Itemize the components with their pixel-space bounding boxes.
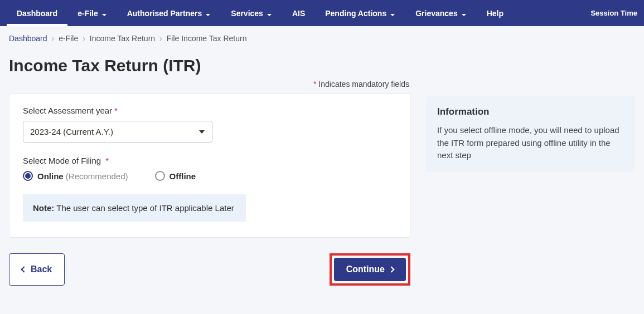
breadcrumb-dashboard[interactable]: Dashboard xyxy=(9,34,47,43)
session-time-label: Session Time xyxy=(582,9,637,17)
assessment-year-select[interactable]: 2023-24 (Current A.Y.) xyxy=(23,121,212,143)
chevron-down-icon xyxy=(461,11,467,16)
assessment-year-label: Select Assessment year* xyxy=(23,106,396,115)
top-nav: Dashboard e-File Authorised Partners Ser… xyxy=(0,0,644,26)
breadcrumb: Dashboard › e-File › Income Tax Return ›… xyxy=(0,26,644,51)
chevron-down-icon xyxy=(101,11,107,16)
chevron-down-icon xyxy=(205,11,211,16)
information-title: Information xyxy=(437,106,624,117)
caret-down-icon xyxy=(199,130,205,134)
breadcrumb-itr[interactable]: Income Tax Return xyxy=(90,34,155,43)
nav-efile[interactable]: e-File xyxy=(67,0,117,26)
radio-icon-checked xyxy=(23,171,33,181)
nav-help[interactable]: Help xyxy=(477,0,514,26)
information-panel: Information If you select offline mode, … xyxy=(426,96,635,172)
breadcrumb-efile[interactable]: e-File xyxy=(59,34,78,43)
chevron-right-icon: › xyxy=(83,34,85,43)
breadcrumb-file-itr: File Income Tax Return xyxy=(167,34,247,43)
continue-button[interactable]: Continue xyxy=(334,258,406,281)
note-box: Note: The user can select type of ITR ap… xyxy=(23,194,246,222)
radio-offline[interactable]: Offline xyxy=(155,171,196,181)
chevron-down-icon xyxy=(390,11,395,16)
chevron-down-icon xyxy=(267,11,272,16)
radio-icon-unchecked xyxy=(155,171,165,181)
mandatory-note: * Indicates mandatory fields xyxy=(9,80,410,89)
nav-grievances[interactable]: Grievances xyxy=(405,0,477,26)
information-text: If you select offline mode, you will nee… xyxy=(437,124,624,162)
nav-pending-actions[interactable]: Pending Actions xyxy=(315,0,405,26)
chevron-right-icon xyxy=(388,266,394,272)
assessment-year-value: 2023-24 (Current A.Y.) xyxy=(30,127,113,136)
back-button[interactable]: Back xyxy=(9,253,65,286)
continue-highlight: Continue xyxy=(330,253,410,286)
form-card: Select Assessment year* 2023-24 (Current… xyxy=(9,93,410,238)
nav-authorised-partners[interactable]: Authorised Partners xyxy=(117,0,221,26)
chevron-left-icon xyxy=(21,266,27,272)
radio-online[interactable]: Online (Recommended) xyxy=(23,171,128,181)
chevron-right-icon: › xyxy=(159,34,162,43)
page-title: Income Tax Return (ITR) xyxy=(9,56,635,75)
chevron-right-icon: › xyxy=(52,34,55,43)
nav-ais[interactable]: AIS xyxy=(282,0,315,26)
mode-of-filing-label: Select Mode of Filing * xyxy=(23,156,396,165)
nav-services[interactable]: Services xyxy=(221,0,282,26)
nav-dashboard[interactable]: Dashboard xyxy=(7,0,67,26)
